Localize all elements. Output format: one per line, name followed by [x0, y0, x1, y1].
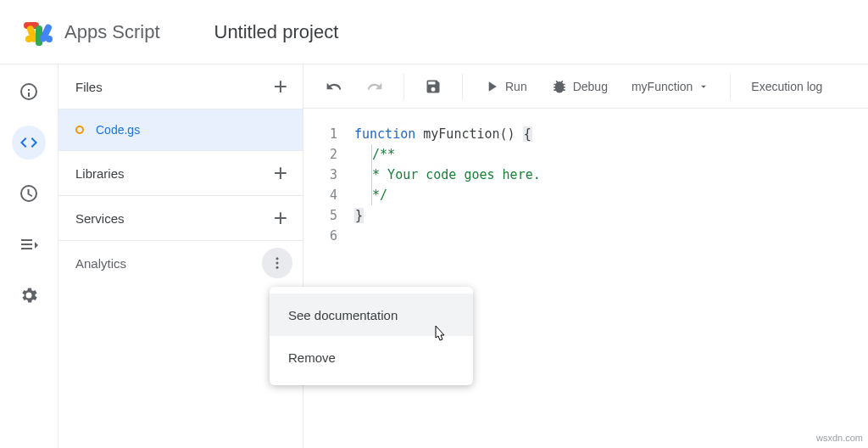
- function-selector[interactable]: myFunction: [625, 76, 716, 97]
- services-label: Services: [75, 211, 125, 226]
- toolbar-separator: [462, 74, 463, 99]
- chevron-down-icon: [698, 81, 709, 92]
- files-label: Files: [75, 80, 103, 94]
- info-icon[interactable]: [12, 75, 46, 109]
- editor-area: Run Debug myFunction Execution log 1 2 3…: [303, 64, 868, 448]
- executions-icon[interactable]: [12, 227, 46, 261]
- watermark: wsxdn.com: [816, 433, 863, 443]
- more-options-button[interactable]: [262, 248, 292, 278]
- save-button[interactable]: [418, 75, 448, 98]
- redo-button[interactable]: [359, 75, 390, 98]
- editor-icon[interactable]: [12, 126, 46, 160]
- service-row-analytics[interactable]: Analytics: [58, 241, 303, 285]
- apps-script-logo: [20, 15, 54, 49]
- add-service-button[interactable]: +: [269, 206, 292, 230]
- services-header: Services +: [58, 196, 303, 240]
- file-sidebar: Files + Code.gs Libraries + Services + A…: [58, 64, 303, 448]
- undo-button[interactable]: [319, 75, 349, 98]
- toolbar-separator: [403, 74, 404, 99]
- file-name: Code.gs: [96, 123, 140, 137]
- svg-point-8: [276, 257, 279, 260]
- code-editor[interactable]: 1 2 3 4 5 6 function myFunction() { /** …: [303, 109, 868, 448]
- execution-log-button[interactable]: Execution log: [744, 76, 829, 97]
- file-item-code[interactable]: Code.gs: [58, 109, 303, 150]
- app-name: Apps Script: [64, 21, 160, 43]
- app-header: Apps Script Untitled project: [0, 0, 868, 64]
- libraries-header: Libraries +: [58, 151, 303, 195]
- main-area: Files + Code.gs Libraries + Services + A…: [0, 64, 868, 448]
- editor-toolbar: Run Debug myFunction Execution log: [303, 64, 868, 109]
- left-rail: [0, 64, 58, 448]
- unsaved-indicator-icon: [75, 126, 84, 134]
- files-header: Files +: [58, 64, 303, 109]
- cursor-pointer-icon: [431, 324, 448, 344]
- analytics-label: Analytics: [75, 256, 126, 271]
- toolbar-separator: [730, 74, 731, 99]
- line-gutter: 1 2 3 4 5 6: [303, 124, 354, 448]
- run-button[interactable]: Run: [476, 75, 534, 98]
- code-content: function myFunction() { /** * Your code …: [354, 124, 541, 448]
- triggers-icon[interactable]: [12, 176, 46, 210]
- project-title[interactable]: Untitled project: [214, 21, 339, 43]
- add-file-button[interactable]: +: [269, 75, 292, 98]
- settings-icon[interactable]: [12, 278, 46, 312]
- add-library-button[interactable]: +: [269, 161, 292, 185]
- svg-point-9: [276, 262, 279, 265]
- svg-point-10: [276, 266, 279, 269]
- debug-button[interactable]: Debug: [544, 75, 615, 98]
- libraries-label: Libraries: [75, 166, 125, 181]
